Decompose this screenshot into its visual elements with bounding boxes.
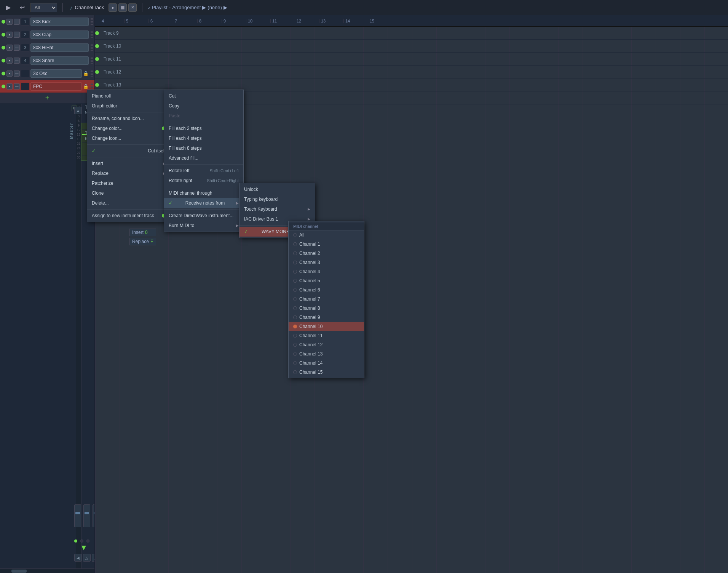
ch-btn-4b[interactable]: —: [14, 58, 20, 64]
midi-ch10[interactable]: Channel 10: [289, 322, 364, 331]
graph-btn[interactable]: ▦: [118, 3, 127, 12]
menu-replace[interactable]: Replace: [87, 168, 170, 178]
midi-ch12[interactable]: Channel 12: [289, 340, 364, 349]
ch-btn-5a[interactable]: ●: [6, 70, 13, 77]
midi-ch4[interactable]: Channel 4: [289, 267, 364, 276]
midi-all[interactable]: All: [289, 230, 364, 240]
midi-ch15[interactable]: Channel 15: [289, 368, 364, 377]
lock-icon-fpc[interactable]: 🔒: [83, 84, 89, 89]
menu-graph-editor[interactable]: Graph editor: [87, 101, 170, 111]
ch-btn-1b[interactable]: —: [14, 19, 20, 25]
midi-ch14[interactable]: Channel 14: [289, 359, 364, 368]
channel-row-1: ● — 1 808 Kick: [0, 15, 94, 28]
ch-drag-3[interactable]: [91, 44, 93, 51]
playlist-arrow: ▶: [202, 5, 206, 10]
prev-page-btn[interactable]: ◀: [74, 554, 82, 562]
ch-name-fpc[interactable]: FPC: [30, 82, 82, 91]
menu-change-icon[interactable]: Change icon...: [87, 133, 170, 143]
menu-delete[interactable]: Delete...: [87, 198, 170, 208]
menu-rotate-right[interactable]: Rotate right Shift+Cmd+Right: [164, 176, 243, 186]
ch-drag-2[interactable]: [91, 31, 93, 38]
context-menu-midi: MIDI channel All Channel 1 Channel 2 Cha…: [288, 221, 364, 378]
menu-touch-keyboard[interactable]: Touch Keyboard: [239, 204, 315, 214]
menu-midi-channel-through[interactable]: MIDI channel through: [164, 188, 243, 198]
midi-all-label: All: [299, 232, 304, 238]
menu-paste[interactable]: Paste: [164, 111, 243, 121]
menu-unlock[interactable]: Unlock: [239, 184, 315, 194]
lock-icon-5[interactable]: 🔒: [83, 71, 89, 76]
menu-fill-2[interactable]: Fill each 2 steps: [164, 123, 243, 133]
ch-name-5[interactable]: 3x Osc: [30, 69, 82, 78]
ch-btn-fpcb[interactable]: —: [14, 83, 20, 90]
menu-rotate-left[interactable]: Rotate left Shift+Cmd+Left: [164, 166, 243, 176]
midi-ch7[interactable]: Channel 7: [289, 295, 364, 304]
ch-name-2[interactable]: 808 Clap: [30, 30, 89, 39]
ch-btn-5b[interactable]: —: [14, 70, 20, 77]
ch-btn-2a[interactable]: ●: [6, 32, 13, 38]
sep-4: [87, 209, 170, 210]
ch-name-1[interactable]: 808 Kick: [30, 18, 89, 26]
midi-ch3[interactable]: Channel 3: [289, 258, 364, 267]
play-button[interactable]: ▶: [3, 2, 14, 13]
menu-copy[interactable]: Copy: [164, 101, 243, 111]
timeline-ruler: 4 5 6 7 8 9 10 11 12 13 14 15: [95, 15, 728, 27]
menu-cut-itself[interactable]: Cut itself: [87, 146, 170, 156]
midi-ch8[interactable]: Channel 8: [289, 304, 364, 313]
midi-ch13[interactable]: Channel 13: [289, 349, 364, 359]
ch-drag-4[interactable]: [91, 57, 93, 64]
midi-ch1[interactable]: Channel 1: [289, 240, 364, 249]
menu-patcherize[interactable]: Patcherize: [87, 178, 170, 188]
menu-clone[interactable]: Clone: [87, 188, 170, 198]
filter-dropdown[interactable]: All: [30, 3, 57, 12]
midi-ch8-label: Channel 8: [299, 306, 320, 311]
midi-ch12-label: Channel 12: [299, 342, 322, 347]
radio-ch3-icon: [293, 261, 297, 264]
ruler-13: 13: [319, 19, 343, 23]
arr-track-12-label: Track 12: [104, 69, 121, 75]
menu-change-color[interactable]: Change color...: [87, 123, 170, 133]
nav-up-btn[interactable]: ▲: [74, 107, 82, 114]
led-2: [2, 33, 5, 37]
midi-ch2[interactable]: Channel 2: [289, 249, 364, 258]
ch-btn-2b[interactable]: —: [14, 32, 20, 38]
rotate-left-label: Rotate left: [169, 168, 190, 173]
circle-btn[interactable]: ●: [109, 3, 117, 12]
menu-rename-color-icon[interactable]: Rename, color and icon...: [87, 114, 170, 123]
midi-ch5[interactable]: Channel 5: [289, 276, 364, 285]
rotate-right-label: Rotate right: [169, 178, 192, 183]
ch-name-3[interactable]: 808 HiHat: [30, 43, 89, 52]
midi-ch11[interactable]: Channel 11: [289, 331, 364, 340]
radio-ch1-icon: [293, 242, 297, 246]
insert-label: Insert: [92, 161, 103, 166]
menu-typing-keyboard[interactable]: Typing keyboard: [239, 194, 315, 204]
ch-btn-fpca[interactable]: ●: [6, 83, 13, 90]
menu-advanced-fill[interactable]: Advanced fill...: [164, 153, 243, 163]
ch-btn-3b[interactable]: —: [14, 45, 20, 51]
close-btn[interactable]: ✕: [128, 3, 137, 12]
speaker2-icon: ♪: [148, 5, 150, 10]
menu-create-directwave[interactable]: Create DirectWave instrument...: [164, 211, 243, 221]
menu-assign-new-track[interactable]: Assign to new instrument track: [87, 211, 170, 221]
ch-name-4[interactable]: 808 Snare: [30, 56, 89, 65]
add-channel-button[interactable]: +: [0, 93, 94, 104]
h-scrollbar-mixer[interactable]: [0, 568, 94, 573]
menu-insert[interactable]: Insert: [87, 158, 170, 168]
ch-btn-1a[interactable]: ●: [6, 19, 13, 25]
channel-rack-title-area: ♪ Channel rack: [70, 4, 104, 11]
ch-drag-fpc[interactable]: [91, 83, 93, 90]
ch-drag-5[interactable]: [91, 70, 93, 77]
midi-ch9[interactable]: Channel 9: [289, 313, 364, 322]
ch-drag-1[interactable]: [91, 18, 93, 26]
ch-btn-4a[interactable]: ●: [6, 58, 13, 64]
midi-ch6[interactable]: Channel 6: [289, 285, 364, 295]
radio-ch11-icon: [293, 334, 297, 338]
ch-btn-3a[interactable]: ●: [6, 45, 13, 51]
menu-fill-4[interactable]: Fill each 4 steps: [164, 133, 243, 143]
menu-receive-notes-from[interactable]: Receive notes from: [164, 198, 243, 208]
fill-4-label: Fill each 4 steps: [169, 136, 202, 141]
menu-cut[interactable]: Cut: [164, 91, 243, 101]
menu-burn-midi[interactable]: Burn MIDI to: [164, 221, 243, 230]
menu-fill-8[interactable]: Fill each 8 steps: [164, 143, 243, 153]
menu-piano-roll[interactable]: Piano roll: [87, 91, 170, 101]
undo-button[interactable]: ↩: [17, 2, 27, 13]
